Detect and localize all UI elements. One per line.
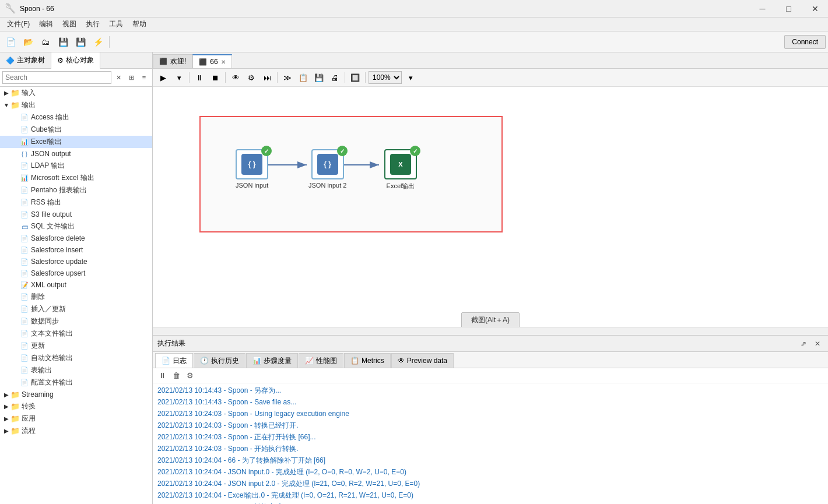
- tree-item[interactable]: ▶📁应用: [0, 413, 152, 425]
- close-button[interactable]: ✕: [802, 0, 828, 17]
- file-icon: 📄: [20, 198, 29, 207]
- search-input[interactable]: [2, 71, 111, 84]
- tree-item[interactable]: 📄RSS 输出: [0, 196, 152, 209]
- tree-item[interactable]: 📄Cube输出: [0, 124, 152, 136]
- open2-button[interactable]: 🗂: [37, 34, 54, 50]
- tab66-close[interactable]: ✕: [221, 59, 226, 65]
- connect-button[interactable]: Connect: [784, 35, 826, 49]
- zoom-fit-button[interactable]: 🔲: [348, 71, 362, 84]
- tab-66[interactable]: ⬛ 66 ✕: [192, 54, 231, 68]
- tab-core-objects[interactable]: ⚙ 核心对象: [51, 52, 100, 69]
- tree-item[interactable]: 📄LDAP 输出: [0, 160, 152, 172]
- menu-file[interactable]: 文件(F): [2, 18, 34, 30]
- export-button[interactable]: 📋: [296, 71, 310, 84]
- rtab-log[interactable]: 📄 日志: [155, 353, 193, 368]
- canvas-area[interactable]: { } ✓ JSON input { } ✓ JSON input 2: [153, 87, 828, 335]
- preview-button[interactable]: 👁: [229, 71, 243, 84]
- results-close-button[interactable]: ✕: [812, 338, 823, 350]
- search-collapse-button[interactable]: ≡: [138, 72, 150, 83]
- screenshot-button[interactable]: 截图(Alt＋A): [461, 312, 520, 328]
- tree-item[interactable]: 📄更新: [0, 340, 152, 352]
- log-clear-button[interactable]: 🗑: [170, 370, 182, 382]
- debug-button[interactable]: ⚙: [244, 71, 258, 84]
- print-button[interactable]: 🖨: [328, 71, 342, 84]
- tree-item-label: Streaming: [22, 390, 54, 399]
- zoom-select[interactable]: 25% 50% 75% 100% 150% 200%: [369, 71, 402, 84]
- rtab-metrics[interactable]: 📋 Metrics: [344, 353, 391, 368]
- tree-item[interactable]: 📄文本文件输出: [0, 327, 152, 340]
- tree-item[interactable]: 📊Excel输出: [0, 136, 152, 148]
- tree-item[interactable]: 🗃SQL 文件输出: [0, 220, 152, 232]
- run-dropdown[interactable]: ▾: [172, 71, 186, 84]
- tree-item[interactable]: 📝XML output: [0, 279, 152, 291]
- tree-item[interactable]: 📄数据同步: [0, 315, 152, 327]
- tree-item[interactable]: ▶📁Streaming: [0, 389, 152, 400]
- new-button[interactable]: 📄: [2, 34, 19, 50]
- menu-help[interactable]: 帮助: [128, 18, 151, 30]
- tree-item-label: Salesforce upsert: [31, 269, 85, 277]
- excel-label: Excel输出: [387, 182, 415, 191]
- tree-item[interactable]: 📄删除: [0, 291, 152, 303]
- node-json-input[interactable]: { } ✓ JSON input: [236, 149, 268, 189]
- minimize-button[interactable]: ─: [749, 0, 776, 17]
- folder-icon: 📁: [10, 427, 20, 436]
- tree-item[interactable]: 📄S3 file output: [0, 209, 152, 220]
- save-as-button[interactable]: 💾: [72, 34, 89, 50]
- stop-button[interactable]: ⏹: [208, 71, 222, 84]
- tree-item[interactable]: 📄Salesforce insert: [0, 244, 152, 256]
- log-settings-button[interactable]: ⚙: [184, 370, 196, 382]
- tree-item[interactable]: 📄Pentaho 报表输出: [0, 184, 152, 196]
- menu-edit[interactable]: 编辑: [34, 18, 58, 30]
- canvas-h-scrollbar[interactable]: [153, 327, 828, 335]
- rtab-preview[interactable]: 👁 Preview data: [391, 353, 454, 368]
- zoom-dropdown[interactable]: ▾: [404, 71, 417, 84]
- save-button[interactable]: 💾: [55, 34, 71, 50]
- run-button[interactable]: ▶: [156, 71, 170, 84]
- tree-item[interactable]: ▶📁输入: [0, 87, 152, 99]
- layers-button[interactable]: ⚡: [90, 34, 106, 50]
- menu-view[interactable]: 视图: [58, 18, 81, 30]
- menu-run[interactable]: 执行: [81, 18, 104, 30]
- tree-item[interactable]: 📄表输出: [0, 364, 152, 376]
- tree-item-label: 应用: [22, 414, 36, 424]
- step-button[interactable]: ⏭: [260, 71, 274, 84]
- tree-item-label: RSS 输出: [31, 198, 61, 207]
- pause-button[interactable]: ⏸: [192, 71, 206, 84]
- rtab-perf[interactable]: 📈 性能图: [299, 353, 343, 368]
- tree-item[interactable]: 📄自动文档输出: [0, 352, 152, 364]
- log-play-button[interactable]: ⏸: [156, 370, 168, 382]
- rtab-history[interactable]: 🕐 执行历史: [194, 353, 245, 368]
- preview-tab-label: Preview data: [407, 357, 447, 365]
- tree-item[interactable]: 📊Microsoft Excel 输出: [0, 172, 152, 184]
- tree-item[interactable]: { }JSON output: [0, 148, 152, 160]
- main-tree-icon: 🔷: [6, 57, 15, 65]
- results-title: 执行结果: [157, 339, 185, 348]
- tree-item[interactable]: 📄Salesforce update: [0, 256, 152, 267]
- results-toolbar: ⏸ 🗑 ⚙: [153, 368, 828, 383]
- node-excel-output[interactable]: X ✓ Excel输出: [384, 149, 417, 191]
- tree-item[interactable]: 📄配置文件输出: [0, 376, 152, 389]
- open-button[interactable]: 📂: [20, 34, 36, 50]
- file-icon: 📄: [20, 186, 29, 195]
- tree-item[interactable]: ▶📁流程: [0, 425, 152, 437]
- tree-item-label: 自动文档输出: [31, 353, 73, 363]
- tree-item[interactable]: 📄Salesforce delete: [0, 232, 152, 244]
- rtab-steps[interactable]: 📊 步骤度量: [246, 353, 298, 368]
- import-button[interactable]: ≫: [280, 71, 294, 84]
- tree-item[interactable]: ▼📁输出: [0, 99, 152, 111]
- menu-tools[interactable]: 工具: [104, 18, 128, 30]
- tree-item[interactable]: 📄Access 输出: [0, 111, 152, 124]
- results-expand-button[interactable]: ⇗: [798, 338, 809, 350]
- sep5: [365, 72, 366, 83]
- search-clear-button[interactable]: ✕: [113, 72, 124, 83]
- tree-item[interactable]: 📄Salesforce upsert: [0, 267, 152, 279]
- maximize-button[interactable]: □: [776, 0, 802, 17]
- search-options-button[interactable]: ⊞: [125, 72, 137, 83]
- tree-arrow: ▶: [2, 415, 10, 422]
- tree-item[interactable]: 📄插入／更新: [0, 303, 152, 315]
- tab-main-tree[interactable]: 🔷 主对象树: [0, 52, 51, 68]
- tree-item[interactable]: ▶📁转换: [0, 400, 152, 413]
- node-json-input2[interactable]: { } ✓ JSON input 2: [308, 149, 346, 189]
- tab-welcome[interactable]: ⬛ 欢迎!: [153, 54, 192, 68]
- save-canvas-button[interactable]: 💾: [312, 71, 326, 84]
